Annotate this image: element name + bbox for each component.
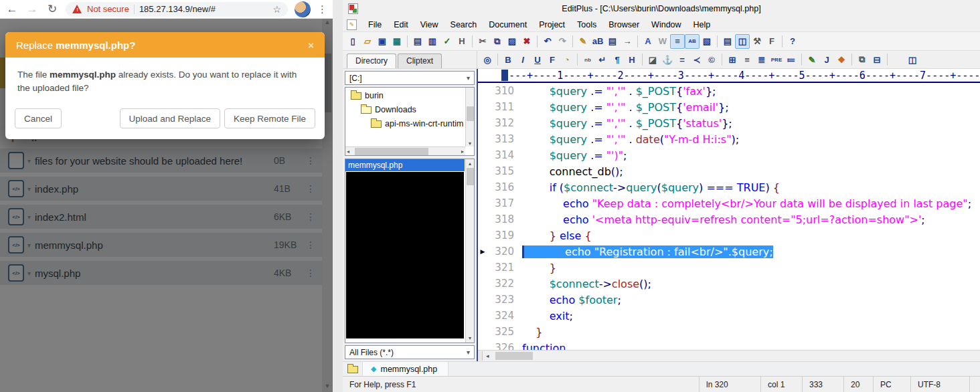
- file-filter-select[interactable]: All Files (*.*) ▾: [345, 345, 475, 359]
- column-select-icon[interactable]: AB: [685, 34, 700, 49]
- cancel-button[interactable]: Cancel: [15, 108, 62, 128]
- windows-colors-icon[interactable]: [890, 52, 905, 67]
- document-icon[interactable]: ✎: [347, 19, 357, 30]
- code-line-313[interactable]: 313 $query .= "','" . date("Y-m-d H:i:s"…: [478, 131, 980, 147]
- underline-icon[interactable]: U: [530, 52, 545, 67]
- anchor-icon[interactable]: ⚓: [660, 52, 675, 67]
- browser-preview-icon[interactable]: ◎: [480, 52, 495, 67]
- save-all-icon[interactable]: ▦: [390, 34, 404, 49]
- bookmark-star-icon[interactable]: ☆: [272, 4, 281, 15]
- scroll-left-icon[interactable]: ◂: [347, 149, 349, 155]
- objects-icon[interactable]: ❖: [834, 52, 849, 67]
- comment-icon[interactable]: ≺: [689, 52, 704, 67]
- scrollbar-thumb[interactable]: [467, 168, 474, 185]
- javascript-icon[interactable]: J: [819, 52, 834, 67]
- preferences-icon[interactable]: ▧: [700, 34, 714, 49]
- split-window-icon[interactable]: ◫: [905, 52, 920, 67]
- menu-browser[interactable]: Browser: [602, 20, 645, 29]
- code-line-316[interactable]: 316 if ($connect->query($query) === TRUE…: [478, 179, 980, 195]
- cascade-icon[interactable]: ⊟: [870, 52, 884, 67]
- url-text[interactable]: 185.27.134.9/new/#: [139, 4, 268, 14]
- menu-document[interactable]: Document: [483, 20, 533, 29]
- watermark-icon[interactable]: W: [655, 34, 670, 49]
- menu-tools[interactable]: Tools: [571, 20, 602, 29]
- menu-edit[interactable]: Edit: [388, 20, 414, 29]
- code-line-319[interactable]: 319 } else {: [478, 227, 980, 243]
- scrollbar-thumb[interactable]: [495, 352, 533, 360]
- tree-horizontal-scrollbar[interactable]: ◂ ▸: [345, 146, 465, 155]
- keep-remote-file-button[interactable]: Keep Remote File: [224, 108, 315, 128]
- titlebar[interactable]: EditPlus - [C:\Users\burin\Downloads\mem…: [343, 0, 980, 17]
- tab-directory[interactable]: Directory: [347, 54, 396, 68]
- back-icon[interactable]: ←: [5, 3, 19, 16]
- indent-icon[interactable]: →: [620, 34, 635, 49]
- hr-icon[interactable]: =: [675, 52, 689, 67]
- line-break-icon[interactable]: ↵: [595, 52, 610, 67]
- code-line-320[interactable]: ▶320 echo "Registration : fail<br/>".$qu…: [478, 243, 980, 260]
- code-line-312[interactable]: 312 $query .= "','" . $_POST{'status'};: [478, 115, 980, 131]
- bold-icon[interactable]: B: [501, 52, 515, 67]
- tree-vertical-scrollbar[interactable]: ▾: [465, 88, 474, 146]
- nbsp-icon[interactable]: nb: [580, 52, 595, 67]
- side-panel-icon[interactable]: ◫: [735, 34, 750, 49]
- table-icon[interactable]: ⊞: [725, 52, 740, 67]
- tree-item-burin[interactable]: burin: [345, 88, 465, 102]
- functions-icon[interactable]: F: [764, 34, 779, 49]
- copy-icon[interactable]: ⧉: [490, 34, 505, 49]
- selected-file-item[interactable]: memmysql.php: [345, 159, 465, 171]
- menu-file[interactable]: File: [362, 20, 388, 29]
- open-file-icon[interactable]: ▱: [360, 34, 375, 49]
- paragraph-icon[interactable]: ¶: [610, 52, 625, 67]
- code-line-318[interactable]: 318 echo '<meta http-equiv=refresh conte…: [478, 211, 980, 227]
- forward-icon[interactable]: →: [25, 3, 39, 16]
- date-time-icon[interactable]: ◔: [560, 52, 574, 67]
- cut-icon[interactable]: ✂: [475, 34, 490, 49]
- print-preview-icon[interactable]: ▤: [410, 34, 425, 49]
- splitter-grip[interactable]: [478, 351, 483, 361]
- script-icon[interactable]: ✎: [805, 52, 819, 67]
- list-icon[interactable]: ≔: [784, 52, 799, 67]
- tree-item-api-ms-win-crt-runtim[interactable]: api-ms-win-crt-runtim: [345, 116, 465, 130]
- pre-icon[interactable]: PRE: [769, 52, 784, 67]
- special-char-icon[interactable]: ©: [704, 52, 719, 67]
- scroll-left-icon[interactable]: ◂: [486, 353, 489, 359]
- profile-avatar[interactable]: [295, 1, 311, 17]
- code-line-323[interactable]: 323 echo $footer;: [478, 292, 980, 308]
- code-line-324[interactable]: 324 exit;: [478, 308, 980, 324]
- not-secure-label[interactable]: Not secure: [87, 4, 129, 14]
- reload-icon[interactable]: ↻: [46, 2, 59, 16]
- marker-pen-icon[interactable]: ✎: [576, 34, 590, 49]
- code-line-326[interactable]: 326function: [478, 340, 980, 350]
- print-icon[interactable]: ▥: [425, 34, 440, 49]
- scrollbar-thumb[interactable]: [467, 106, 474, 121]
- scroll-down-icon[interactable]: ▾: [466, 335, 474, 341]
- html-tidy-icon[interactable]: H: [455, 34, 469, 49]
- italic-icon[interactable]: I: [515, 52, 530, 67]
- code-line-315[interactable]: 315 connect_db();: [478, 163, 980, 179]
- browser-menu-icon[interactable]: ⋮: [317, 3, 327, 15]
- scroll-up-icon[interactable]: ▴: [466, 161, 474, 167]
- code-line-310[interactable]: 310 $query .= "','" . $_POST{'fax'};: [478, 83, 980, 99]
- menu-window[interactable]: Window: [645, 20, 687, 29]
- align-center-icon[interactable]: ≡: [740, 52, 754, 67]
- menu-view[interactable]: View: [414, 20, 444, 29]
- scroll-down-icon[interactable]: ▾: [466, 140, 474, 146]
- font-face-icon[interactable]: F: [545, 52, 560, 67]
- document-tab-memmysql[interactable]: ◆ memmysql.php: [363, 362, 448, 376]
- code-line-321[interactable]: 321 }: [478, 260, 980, 276]
- dialog-close-icon[interactable]: ×: [308, 39, 314, 51]
- delete-icon[interactable]: ✖: [519, 34, 534, 49]
- editor-horizontal-scrollbar[interactable]: ◂: [478, 350, 980, 361]
- code-view[interactable]: 310 $query .= "','" . $_POST{'fax'};311 …: [478, 83, 980, 350]
- upload-and-replace-button[interactable]: Upload and Replace: [120, 108, 220, 128]
- code-editor[interactable]: ---+----1----+----2----+----3----+----4-…: [477, 69, 980, 361]
- code-line-322[interactable]: 322 $connect->close();: [478, 276, 980, 292]
- new-file-icon[interactable]: ▯: [345, 34, 360, 49]
- code-line-325[interactable]: 325 }: [478, 324, 980, 340]
- undo-icon[interactable]: ↶: [540, 34, 555, 49]
- tree-item-Downloads[interactable]: Downloads: [345, 102, 465, 116]
- code-line-317[interactable]: 317 echo "Keep data : completely<br/>You…: [478, 195, 980, 211]
- address-bar[interactable]: ! Not secure 185.27.134.9/new/# ☆: [66, 2, 288, 17]
- folder-button[interactable]: [343, 362, 363, 376]
- list-vertical-scrollbar[interactable]: ▴ ▾: [465, 159, 474, 342]
